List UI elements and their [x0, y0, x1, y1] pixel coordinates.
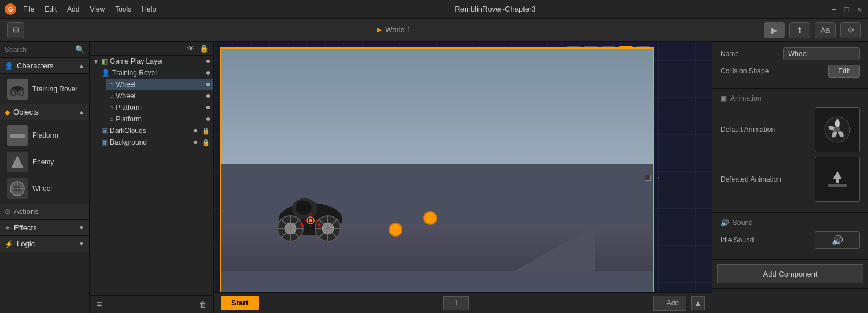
hierarchy-item-platform-1[interactable]: ○ Platform — [106, 102, 213, 113]
connector-square — [645, 175, 651, 181]
hierarchy-item-label: DarkClouds — [110, 127, 146, 135]
app-logo: G — [5, 3, 16, 15]
sky-background — [221, 49, 653, 164]
add-button[interactable]: + Add — [653, 296, 686, 311]
export-button[interactable]: ⬆ — [789, 22, 810, 38]
img-icon: ▣ — [101, 138, 108, 146]
font-button[interactable]: Aa — [815, 22, 836, 38]
idle-sound-label: Idle Sound — [721, 236, 778, 244]
actions-section-icon: ⊙ — [5, 208, 10, 216]
defeated-animation-thumbnail[interactable] — [815, 157, 860, 202]
hierarchy-item-dark-clouds[interactable]: ▣ DarkClouds 🔒 — [98, 125, 213, 137]
collapse-icon: ▼ — [93, 58, 99, 65]
hierarchy-item-label: Wheel — [116, 80, 135, 89]
layer-icon: ◧ — [101, 57, 108, 65]
platform-thumbnail — [7, 125, 28, 146]
svg-point-29 — [309, 219, 312, 222]
hierarchy-item-label: Background — [110, 138, 147, 146]
animation-section: ▣ Animation Default Animation — [712, 89, 868, 213]
logic-section-header[interactable]: ⚡ Logic ▼ — [0, 236, 89, 252]
hierarchy-item-platform-2[interactable]: ○ Platform — [106, 113, 213, 125]
hierarchy-item-gameplay-layer[interactable]: ▼ ◧ Game Play Layer — [90, 56, 213, 67]
search-icon: 🔍 — [75, 45, 84, 54]
sound-section-title: 🔊 Sound — [721, 219, 860, 227]
obj-icon: ○ — [109, 104, 113, 112]
svg-point-33 — [834, 127, 840, 132]
add-layer-button[interactable]: ≡ — [97, 299, 102, 310]
viewport-connector: → — [645, 172, 661, 183]
actions-section-header[interactable]: ⊙ Actions — [0, 204, 89, 220]
add-component-section: Add Component — [712, 260, 868, 289]
svg-point-30 — [301, 224, 304, 227]
hierarchy-item-background[interactable]: ▣ Background 🔒 — [98, 137, 213, 148]
default-animation-thumbnail[interactable] — [815, 107, 860, 152]
edit-collision-button[interactable]: Edit — [828, 65, 860, 78]
menu-view[interactable]: View — [85, 3, 109, 16]
defeated-animation-label: Defeated Animation — [721, 175, 781, 183]
list-item[interactable]: Wheel — [0, 176, 89, 201]
defeated-animation-row: Defeated Animation — [721, 157, 860, 202]
add-component-button[interactable]: Add Component — [717, 264, 863, 283]
animation-section-title: ▣ Animation — [721, 94, 860, 102]
obj-icon: ○ — [109, 92, 113, 100]
menu-help[interactable]: Help — [137, 3, 161, 16]
play-button[interactable]: ▶ — [764, 22, 785, 38]
effects-section-title: Effects — [14, 223, 75, 232]
menu-file[interactable]: File — [19, 3, 39, 16]
hierarchy-item-training-rover[interactable]: 👤 Training Rover — [98, 67, 213, 79]
scroll-up-button[interactable]: ▲ — [691, 296, 705, 310]
layout-toggle-button[interactable]: ⊞ — [7, 22, 24, 38]
characters-section-icon: 👤 — [5, 62, 13, 70]
frame-count: 1 — [443, 296, 469, 310]
platform-asset-name: Platform — [32, 131, 58, 139]
obj-icon: ○ — [109, 80, 113, 89]
canvas-area: ⊞ 🔒 ⚓ ⊙ ⋯ — [214, 42, 712, 313]
menu-tools[interactable]: Tools — [110, 3, 136, 16]
canvas-viewport[interactable] — [220, 47, 654, 307]
sound-section-label: Sound — [733, 219, 753, 227]
visibility-dot — [206, 71, 210, 75]
svg-point-13 — [296, 201, 312, 215]
logic-chevron-icon: ▼ — [79, 241, 84, 247]
objects-section-header[interactable]: ◆ Objects ▲ — [0, 104, 89, 120]
speaker-icon: 🔊 — [832, 235, 843, 246]
search-bar: 🔍 — [0, 42, 89, 58]
close-button[interactable]: × — [855, 5, 863, 13]
list-item[interactable]: Training Rover — [0, 76, 89, 102]
hierarchy-item-wheel-2[interactable]: ○ Wheel — [106, 90, 213, 102]
svg-marker-35 — [833, 171, 842, 183]
logic-section-icon: ⚡ — [5, 240, 13, 248]
minimize-button[interactable]: − — [830, 5, 838, 13]
name-value[interactable]: Wheel — [783, 47, 860, 60]
visibility-toggle-icon[interactable]: 👁 — [187, 44, 195, 53]
menu-edit[interactable]: Edit — [40, 3, 61, 16]
hierarchy-item-label: Platform — [116, 115, 142, 123]
list-item[interactable]: Platform — [0, 123, 89, 148]
default-animation-row: Default Animation — [721, 107, 860, 152]
hierarchy-footer: ≡ 🗑 — [90, 295, 213, 313]
search-input[interactable] — [5, 46, 73, 54]
hierarchy-item-wheel-1[interactable]: ○ Wheel — [106, 79, 213, 90]
window-title: RemblinRover-Chapter3 — [455, 5, 535, 13]
menu-add[interactable]: Add — [62, 3, 84, 16]
settings-button[interactable]: ⚙ — [840, 22, 861, 38]
visibility-dot — [206, 83, 210, 86]
lock-indicator: 🔒 — [202, 127, 210, 135]
lock-icon[interactable]: 🔒 — [200, 44, 209, 53]
idle-sound-button[interactable]: 🔊 — [815, 231, 860, 249]
svg-point-31 — [318, 224, 321, 227]
world-label-arrow: ▶ — [377, 26, 382, 34]
start-button[interactable]: Start — [221, 296, 259, 310]
visibility-dot — [206, 94, 210, 98]
svg-rect-5 — [10, 134, 25, 138]
wheel-thumbnail — [7, 178, 28, 199]
visibility-dot — [194, 141, 197, 144]
maximize-button[interactable]: □ — [843, 5, 851, 13]
list-item[interactable]: Enemy — [0, 149, 89, 175]
effects-section-header[interactable]: ✦ Effects ▼ — [0, 220, 89, 236]
delete-layer-button[interactable]: 🗑 — [199, 300, 206, 309]
characters-section-header[interactable]: 👤 Characters ▲ — [0, 58, 89, 74]
visibility-dot — [194, 129, 197, 132]
visibility-dot — [206, 117, 210, 121]
objects-section-icon: ◆ — [5, 108, 10, 116]
